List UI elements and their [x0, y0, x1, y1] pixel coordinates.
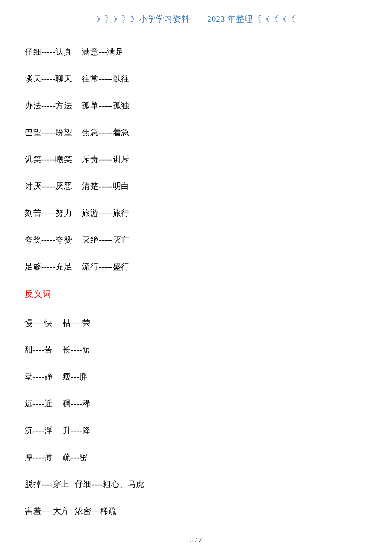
word-pair: 灭绝-----灭亡: [82, 234, 129, 245]
word-pair: 焦急-----着急: [82, 127, 129, 138]
word-pair: 厚----薄: [25, 452, 53, 462]
antonym-line: 动----静 瘦---胖: [25, 371, 392, 382]
synonym-line: 巴望-----盼望 焦急-----着急: [25, 127, 392, 138]
word-pair: 沉----浮: [25, 425, 53, 436]
word-pair: 害羞----大方: [25, 506, 69, 516]
word-pair: 往常-----以往: [82, 73, 129, 84]
word-pair: 疏---密: [63, 452, 88, 462]
word-pair: 慢----快: [25, 318, 53, 328]
word-pair: 枯----荣: [63, 318, 91, 328]
synonym-line: 办法-----方法 孤单-----孤独: [25, 100, 392, 111]
synonym-line: 讨厌-----厌恶 清楚-----明白: [25, 181, 392, 191]
word-pair: 斥责-----训斥: [82, 154, 129, 165]
antonym-line: 远----近 稠----稀: [25, 398, 392, 409]
word-pair: 讥笑-----嘲笑: [25, 154, 72, 165]
content-area: 仔细-----认真 满意---满足 谈天-----聊天 往常-----以往 办法…: [0, 26, 392, 516]
word-pair: 仔细----粗心、马虎: [75, 479, 144, 489]
antonym-heading: 反义词: [25, 288, 392, 300]
word-pair: 谈天-----聊天: [25, 73, 72, 84]
header-title: 》》》》》小学学习资料——2023 年整理《《《《《: [96, 14, 296, 26]
antonym-line: 甜----苦 长----短: [25, 344, 392, 355]
word-pair: 夸奖-----夸赞: [25, 234, 72, 245]
word-pair: 升----降: [63, 425, 91, 436]
word-pair: 孤单-----孤独: [82, 100, 129, 111]
page-number: 5 / 7: [0, 537, 392, 544]
antonym-line: 慢----快 枯----荣: [25, 318, 392, 328]
antonym-line: 害羞----大方 浓密---稀疏: [25, 506, 392, 516]
synonym-line: 谈天-----聊天 往常-----以往: [25, 73, 392, 84]
page-header: 》》》》》小学学习资料——2023 年整理《《《《《: [0, 0, 392, 26]
word-pair: 长----短: [63, 344, 91, 355]
word-pair: 远----近: [25, 398, 53, 409]
synonym-line: 刻苦-----努力 旅游-----旅行: [25, 208, 392, 218]
antonym-line: 厚----薄 疏---密: [25, 452, 392, 462]
synonym-line: 夸奖-----夸赞 灭绝-----灭亡: [25, 234, 392, 245]
word-pair: 瘦---胖: [63, 371, 88, 382]
word-pair: 满意---满足: [82, 46, 124, 57]
word-pair: 稠----稀: [63, 398, 91, 409]
word-pair: 巴望-----盼望: [25, 127, 72, 138]
word-pair: 甜----苦: [25, 344, 53, 355]
word-pair: 办法-----方法: [25, 100, 72, 111]
synonym-line: 仔细-----认真 满意---满足: [25, 46, 392, 57]
word-pair: 浓密---稀疏: [75, 506, 117, 516]
word-pair: 流行-----盛行: [82, 261, 129, 272]
word-pair: 刻苦-----努力: [25, 208, 72, 218]
word-pair: 足够-----充足: [25, 261, 72, 272]
word-pair: 清楚-----明白: [82, 181, 129, 191]
word-pair: 旅游-----旅行: [82, 208, 129, 218]
antonym-line: 脱掉----穿上 仔细----粗心、马虎: [25, 479, 392, 489]
word-pair: 讨厌-----厌恶: [25, 181, 72, 191]
word-pair: 脱掉----穿上: [25, 479, 69, 489]
synonym-line: 讥笑-----嘲笑 斥责-----训斥: [25, 154, 392, 165]
synonym-line: 足够-----充足 流行-----盛行: [25, 261, 392, 272]
antonym-line: 沉----浮 升----降: [25, 425, 392, 436]
word-pair: 动----静: [25, 371, 53, 382]
word-pair: 仔细-----认真: [25, 46, 72, 57]
